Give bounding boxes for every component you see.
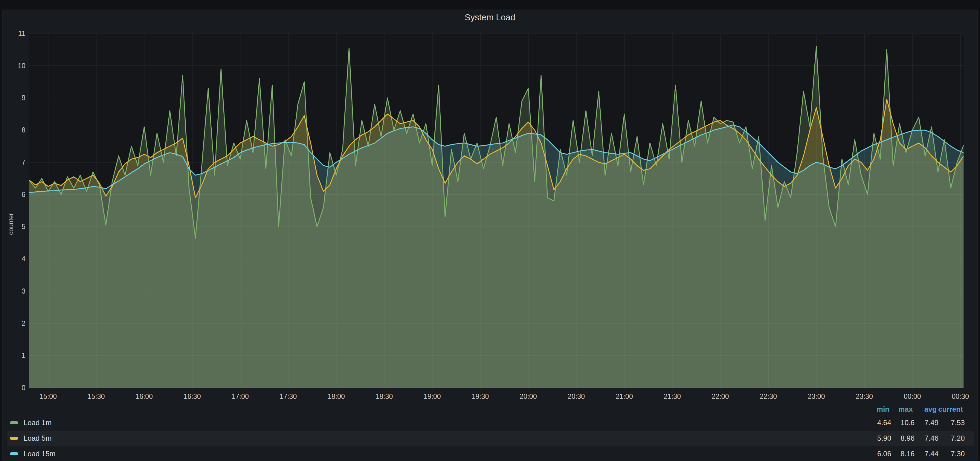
y-tick-label: 1	[8, 351, 25, 359]
x-tick-label: 20:30	[562, 393, 591, 400]
y-tick-label: 4	[8, 255, 25, 263]
x-tick-label: 19:00	[417, 393, 447, 400]
x-tick-label: 19:30	[465, 393, 495, 400]
y-tick-label: 7	[8, 159, 25, 166]
legend-row-load-5m[interactable]: Load 5m 5.90 8.96 7.46 7.20	[8, 431, 974, 446]
y-tick-label: 8	[8, 126, 25, 134]
y-tick-label: 3	[8, 287, 25, 295]
legend-row-load-1m[interactable]: Load 1m 4.64 10.6 7.49 7.53	[8, 415, 974, 430]
y-tick-label: 6	[8, 191, 25, 199]
x-tick-label: 16:00	[129, 393, 159, 400]
y-tick-label: 9	[8, 94, 25, 102]
y-tick-label: 2	[8, 320, 25, 327]
x-tick-label: 21:00	[609, 393, 639, 400]
x-tick-label: 18:00	[321, 393, 351, 400]
series-color-swatch[interactable]	[10, 437, 18, 440]
graph-plot-area[interactable]	[29, 33, 964, 388]
panel-title[interactable]: System Load	[3, 12, 977, 22]
y-tick-label: 0	[8, 384, 25, 392]
legend-header-current[interactable]: current	[924, 404, 963, 414]
x-tick-label: 17:00	[226, 393, 255, 400]
x-tick-label: 17:30	[273, 393, 303, 400]
x-tick-label: 00:00	[897, 393, 928, 400]
y-tick-label: 5	[8, 223, 25, 230]
legend: min max avg current Load 1m 4.64 10.6 7.…	[3, 401, 977, 461]
system-load-panel: System Load counter 01234567891011 15:00…	[2, 10, 978, 461]
graph-canvas[interactable]	[29, 33, 964, 388]
y-tick-label: 11	[8, 30, 25, 37]
x-tick-label: 20:00	[513, 393, 543, 400]
legend-row-load-15m[interactable]: Load 15m 6.06 8.16 7.44 7.30	[8, 446, 974, 461]
x-tick-label: 15:00	[33, 393, 63, 400]
series-color-swatch[interactable]	[10, 421, 18, 424]
x-tick-label: 15:30	[81, 393, 111, 400]
y-tick-label: 10	[8, 62, 25, 70]
x-tick-label: 16:30	[177, 393, 207, 400]
series-label[interactable]: Load 15m	[24, 450, 56, 458]
x-tick-label: 22:30	[753, 393, 783, 400]
series-label[interactable]: Load 5m	[24, 434, 51, 442]
x-tick-label: 21:30	[657, 393, 687, 400]
stat-current: 7.20	[926, 434, 965, 443]
stat-current: 7.53	[926, 418, 965, 427]
legend-header-row: min max avg current	[3, 404, 977, 414]
x-tick-label: 23:00	[802, 393, 831, 400]
stat-current: 7.30	[926, 449, 965, 458]
x-tick-label: 18:30	[369, 393, 399, 400]
x-tick-label: 23:30	[850, 393, 879, 400]
series-color-swatch[interactable]	[10, 452, 18, 455]
x-tick-label: 22:00	[705, 393, 735, 400]
x-tick-label: 00:30	[945, 393, 975, 400]
series-label[interactable]: Load 1m	[24, 418, 51, 427]
